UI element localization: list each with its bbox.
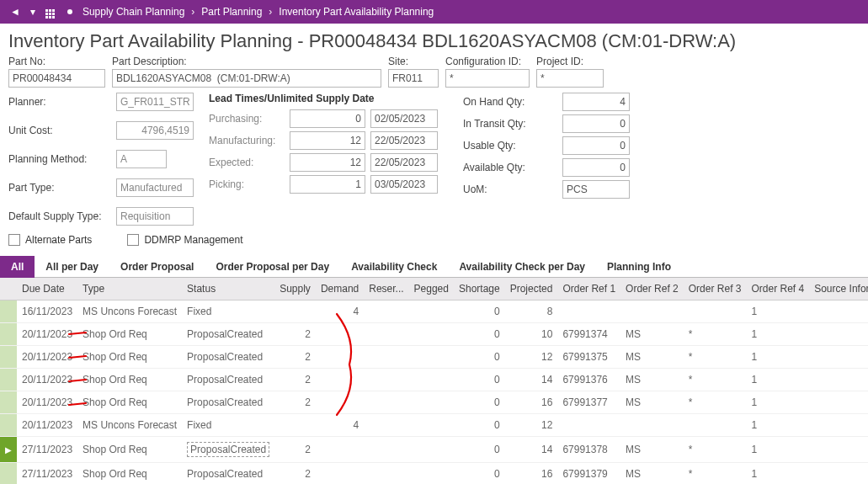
lt-purchasing-date[interactable] [370, 109, 438, 128]
col-source-inform-[interactable]: Source Inform... [809, 278, 868, 301]
lt-expected-date[interactable] [370, 153, 438, 172]
lt-expected-label: Expected: [209, 157, 285, 168]
apps-icon[interactable] [40, 3, 62, 21]
intransit-field[interactable] [562, 114, 630, 133]
planner-field[interactable] [116, 93, 194, 111]
site-field[interactable] [388, 69, 439, 88]
col-order-ref-4[interactable]: Order Ref 4 [746, 278, 809, 301]
row-marker[interactable]: ▶ [0, 437, 17, 463]
project-field[interactable] [536, 69, 604, 88]
onhand-field[interactable] [562, 93, 630, 111]
cell: * [684, 437, 747, 463]
row-marker[interactable] [0, 323, 17, 346]
row-marker[interactable] [0, 346, 17, 369]
uom-field[interactable] [562, 180, 630, 199]
row-marker[interactable] [0, 391, 17, 414]
cell: Fixed [182, 301, 274, 323]
cell: 12 [505, 414, 558, 437]
part-desc-label: Part Description: [112, 56, 381, 67]
ddmrp-checkbox[interactable] [127, 234, 139, 246]
planmeth-label: Planning Method: [8, 153, 116, 165]
lt-expected-val[interactable] [290, 153, 365, 172]
config-field[interactable] [445, 69, 530, 88]
tab-availability-check-per-day[interactable]: Availability Check per Day [448, 256, 596, 278]
col-order-ref-2[interactable]: Order Ref 2 [620, 278, 684, 301]
lt-picking-val[interactable] [290, 175, 365, 194]
cell [809, 437, 868, 463]
part-desc-field[interactable] [112, 69, 381, 88]
alt-parts-checkbox[interactable] [8, 234, 20, 246]
cell: ProposalCreated [182, 346, 274, 369]
table-row[interactable]: 20/11/2023MS Uncons ForecastFixed40121 [0, 414, 868, 437]
tab-availability-check[interactable]: Availability Check [340, 256, 448, 278]
col-shortage[interactable]: Shortage [454, 278, 505, 301]
cell: 27/11/2023 [17, 437, 77, 463]
col-pegged[interactable]: Pegged [409, 278, 454, 301]
cell: 1 [746, 437, 809, 463]
defsupply-field[interactable] [116, 207, 194, 226]
cell [557, 414, 620, 437]
planmeth-field[interactable] [116, 150, 167, 168]
breadcrumb-3[interactable]: Inventory Part Availability Planning [274, 6, 439, 18]
row-marker[interactable] [0, 463, 17, 485]
available-field[interactable] [562, 158, 630, 177]
row-marker[interactable] [0, 369, 17, 391]
unitcost-field[interactable] [116, 121, 194, 140]
cell: MS [620, 391, 684, 414]
cell [620, 301, 684, 323]
lt-picking-date[interactable] [370, 175, 438, 194]
col-demand[interactable]: Demand [316, 278, 364, 301]
lt-mfg-val[interactable] [290, 131, 365, 150]
col-type[interactable]: Type [77, 278, 182, 301]
cell [364, 437, 408, 463]
cell [409, 301, 454, 323]
table-row[interactable]: 27/11/2023Shop Ord ReqProposalCreated201… [0, 463, 868, 485]
table-row[interactable]: 20/11/2023Shop Ord ReqProposalCreated201… [0, 323, 868, 346]
table-row[interactable]: 20/11/2023Shop Ord ReqProposalCreated201… [0, 391, 868, 414]
col-status[interactable]: Status [182, 278, 274, 301]
tab-all-per-day[interactable]: All per Day [35, 256, 109, 278]
row-marker[interactable] [0, 414, 17, 437]
back-icon[interactable]: ◄ [5, 6, 25, 18]
col-projected[interactable]: Projected [505, 278, 558, 301]
cell: 0 [454, 437, 505, 463]
lt-mfg-date[interactable] [370, 131, 438, 150]
cell [274, 414, 316, 437]
cell [316, 369, 364, 391]
usable-label: Usable Qty: [463, 140, 556, 152]
tab-planning-info[interactable]: Planning Info [596, 256, 682, 278]
col-due-date[interactable]: Due Date [17, 278, 77, 301]
cell [364, 391, 408, 414]
cell: ProposalCreated [182, 369, 274, 391]
breadcrumb-1[interactable]: Supply Chain Planning [77, 6, 189, 18]
row-marker[interactable] [0, 301, 17, 323]
col-order-ref-1[interactable]: Order Ref 1 [557, 278, 620, 301]
usable-field[interactable] [562, 136, 630, 155]
lt-purchasing-val[interactable] [290, 109, 365, 128]
parttype-field[interactable] [116, 178, 194, 197]
cell: 0 [454, 369, 505, 391]
cell: 67991379 [557, 463, 620, 485]
table-row[interactable]: ▶27/11/2023Shop Ord ReqProposalCreated20… [0, 437, 868, 463]
part-no-field[interactable] [8, 69, 105, 88]
col-reser-[interactable]: Reser... [364, 278, 408, 301]
table-row[interactable]: 20/11/2023Shop Ord ReqProposalCreated201… [0, 346, 868, 369]
tab-all[interactable]: All [0, 256, 35, 278]
cell: 16 [505, 463, 558, 485]
col-supply[interactable]: Supply [274, 278, 316, 301]
defsupply-label: Default Supply Type: [8, 210, 116, 222]
tab-order-proposal[interactable]: Order Proposal [109, 256, 205, 278]
table-row[interactable]: 16/11/2023MS Uncons ForecastFixed4081 [0, 301, 868, 323]
dropdown-icon[interactable]: ▾ [25, 6, 40, 18]
cell: 2 [274, 323, 316, 346]
tab-order-proposal-per-day[interactable]: Order Proposal per Day [205, 256, 340, 278]
cell [364, 463, 408, 485]
results-grid[interactable]: Due DateTypeStatusSupplyDemandReser...Pe… [0, 278, 868, 484]
breadcrumb-2[interactable]: Part Planning [196, 6, 267, 18]
cell: ProposalCreated [182, 391, 274, 414]
table-row[interactable]: 20/11/2023Shop Ord ReqProposalCreated201… [0, 369, 868, 391]
cell: Fixed [182, 414, 274, 437]
col-order-ref-3[interactable]: Order Ref 3 [684, 278, 747, 301]
cell: 1 [746, 369, 809, 391]
cell: ProposalCreated [182, 463, 274, 485]
